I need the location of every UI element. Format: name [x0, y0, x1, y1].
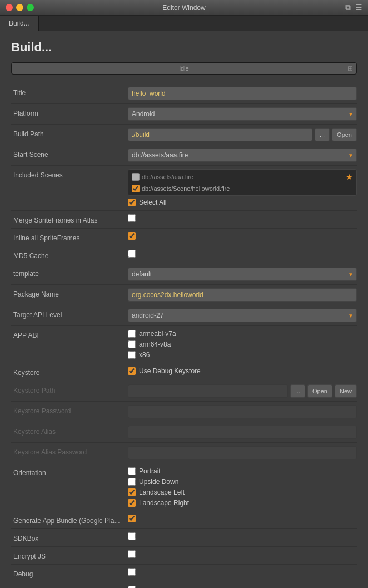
keystore-path-row: Keystore Path ... Open New	[11, 381, 357, 402]
build-path-control: ... Open	[128, 128, 357, 141]
keystore-open-button[interactable]: Open	[307, 384, 332, 398]
platform-row: Platform Android iOS Web ▼	[11, 104, 357, 125]
package-name-row: Package Name	[11, 285, 357, 305]
keystore-password-control	[128, 405, 357, 418]
keystore-alias-password-label: Keystore Alias Password	[11, 446, 128, 456]
keystore-alias-row: Keystore Alias	[11, 422, 357, 443]
orientation-landscape-right-row: Landscape Right	[128, 498, 189, 507]
close-button[interactable]	[6, 4, 13, 11]
platform-select[interactable]: Android iOS Web	[128, 107, 357, 121]
orientation-landscape-left-row: Landscape Left	[128, 488, 189, 497]
package-name-input[interactable]	[128, 288, 357, 302]
star-icon: ★	[346, 172, 353, 181]
debug-checkbox[interactable]	[128, 568, 136, 576]
form-section: Title Platform Android iOS Web ▼	[11, 83, 357, 588]
tab-build[interactable]: Build...	[0, 16, 39, 31]
orientation-control: Portrait Upside Down Landscape Left Land…	[128, 467, 357, 507]
select-all-checkbox[interactable]	[128, 199, 136, 206]
title-input[interactable]	[128, 87, 357, 100]
sdkbox-control	[128, 532, 357, 540]
encrypt-js-checkbox[interactable]	[128, 550, 136, 558]
debug-label: Debug	[11, 568, 128, 578]
orientation-upside-down-label: Upside Down	[139, 478, 178, 486]
included-scenes-label: Included Scenes	[11, 169, 128, 179]
maximize-button[interactable]	[27, 4, 34, 11]
target-api-select[interactable]: android-27 android-28 android-29	[128, 309, 357, 322]
included-scenes-row: Included Scenes db://assets/aaa.fire ★ d…	[11, 166, 357, 211]
orientation-portrait-row: Portrait	[128, 467, 189, 476]
orientation-portrait-label: Portrait	[139, 467, 161, 475]
keystore-password-label: Keystore Password	[11, 405, 128, 415]
sdkbox-checkbox[interactable]	[128, 532, 136, 540]
window-controls	[6, 4, 34, 11]
use-debug-keystore-row: Use Debug Keystore	[128, 367, 201, 375]
build-path-browse-button[interactable]: ...	[315, 128, 330, 141]
keystore-password-row: Keystore Password	[11, 402, 357, 422]
md5-cache-row: MD5 Cache	[11, 246, 357, 264]
title-label: Title	[11, 87, 128, 97]
md5-cache-checkbox[interactable]	[128, 250, 136, 258]
keystore-path-browse-button[interactable]: ...	[290, 384, 305, 398]
orientation-portrait-checkbox[interactable]	[128, 467, 136, 475]
abi-arm64-checkbox[interactable]	[128, 340, 136, 348]
main-content: Build... idle ⊞ Title Platform Android i…	[0, 31, 368, 588]
titlebar: Editor Window ⧉ ☰	[0, 0, 368, 16]
abi-x86-checkbox[interactable]	[128, 351, 136, 359]
keystore-new-button[interactable]: New	[335, 384, 357, 398]
app-abi-control: armeabi-v7a arm64-v8a x86	[128, 329, 357, 359]
keystore-path-input[interactable]	[128, 384, 288, 398]
debug-control	[128, 568, 357, 576]
page-title: Build...	[11, 40, 357, 55]
abi-armeabi-label: armeabi-v7a	[139, 330, 176, 338]
restore-icon[interactable]: ⧉	[345, 3, 351, 12]
scene-2-checkbox[interactable]	[132, 185, 140, 192]
use-debug-keystore-checkbox[interactable]	[128, 367, 136, 375]
abi-x86-label: x86	[139, 351, 150, 359]
scene-1-checkbox[interactable]	[132, 173, 140, 181]
orientation-row: Orientation Portrait Upside Down Landsca…	[11, 463, 357, 511]
merge-sprites-checkbox[interactable]	[128, 214, 136, 222]
generate-bundle-label: Generate App Bundle (Google Pla...	[11, 515, 128, 525]
keystore-label: Keystore	[11, 367, 128, 377]
orientation-landscape-right-checkbox[interactable]	[128, 499, 136, 507]
keystore-alias-password-input[interactable]	[128, 446, 357, 459]
target-api-row: Target API Level android-27 android-28 a…	[11, 305, 357, 326]
scene-item-2: db://assets/Scene/helloworld.fire	[130, 183, 355, 194]
keystore-alias-password-row: Keystore Alias Password	[11, 443, 357, 463]
orientation-upside-down-row: Upside Down	[128, 477, 189, 486]
start-scene-control: db://assets/aaa.fire ▼	[128, 149, 357, 162]
build-path-open-button[interactable]: Open	[332, 128, 357, 141]
app-abi-label: APP ABI	[11, 329, 128, 339]
build-path-input[interactable]	[128, 128, 312, 141]
keystore-path-control: ... Open New	[128, 384, 357, 398]
keystore-alias-password-control	[128, 446, 357, 459]
orientation-landscape-left-checkbox[interactable]	[128, 488, 136, 496]
template-select[interactable]: default link debug	[128, 268, 357, 281]
start-scene-select-wrapper: db://assets/aaa.fire ▼	[128, 149, 357, 162]
orientation-label: Orientation	[11, 467, 128, 477]
source-maps-checkbox[interactable]	[128, 586, 136, 588]
keystore-password-input[interactable]	[128, 405, 357, 418]
scene-list: db://assets/aaa.fire ★ db://assets/Scene…	[128, 169, 357, 196]
abi-arm64-row: arm64-v8a	[128, 340, 176, 349]
keystore-alias-control	[128, 426, 357, 439]
inline-sprites-control	[128, 232, 357, 240]
app-abi-row: APP ABI armeabi-v7a arm64-v8a x86	[11, 326, 357, 363]
encrypt-js-label: Encrypt JS	[11, 550, 128, 560]
generate-bundle-row: Generate App Bundle (Google Pla...	[11, 511, 357, 529]
scene-2-path: db://assets/Scene/helloworld.fire	[142, 185, 230, 192]
menu-icon[interactable]: ☰	[355, 3, 362, 12]
orientation-landscape-left-label: Landscape Left	[139, 488, 185, 496]
orientation-upside-down-checkbox[interactable]	[128, 478, 136, 486]
minimize-button[interactable]	[16, 4, 23, 11]
inline-sprites-label: Inline all SpriteFrames	[11, 232, 128, 242]
template-row: template default link debug ▼	[11, 264, 357, 285]
build-path-row: Build Path ... Open	[11, 125, 357, 145]
start-scene-row: Start Scene db://assets/aaa.fire ▼	[11, 145, 357, 166]
inline-sprites-checkbox[interactable]	[128, 232, 136, 240]
generate-bundle-checkbox[interactable]	[128, 515, 136, 522]
start-scene-select[interactable]: db://assets/aaa.fire	[128, 149, 357, 162]
keystore-alias-input[interactable]	[128, 426, 357, 439]
source-maps-control	[128, 586, 357, 588]
abi-armeabi-checkbox[interactable]	[128, 330, 136, 338]
